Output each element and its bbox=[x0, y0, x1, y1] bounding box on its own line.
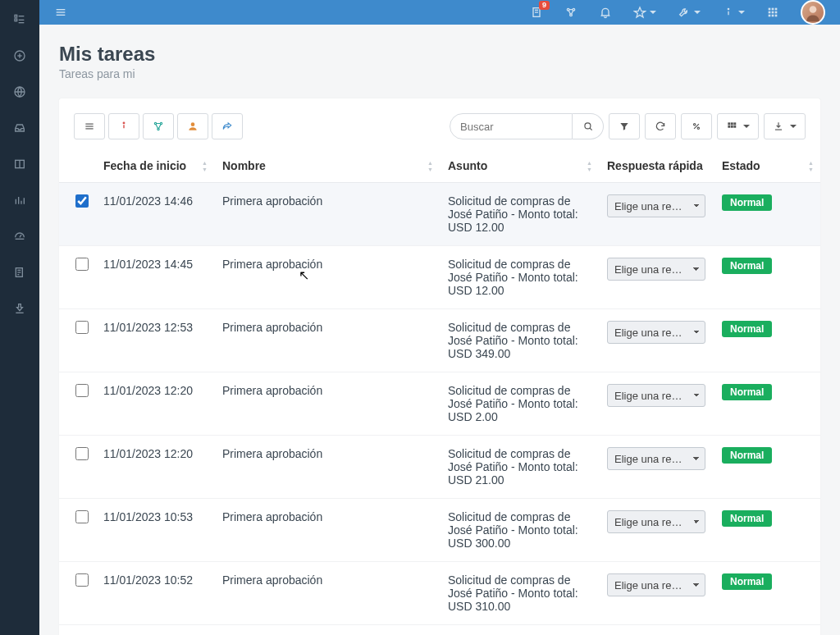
table-row: 11/01/2023 12:20Primera aprobaciónSolici… bbox=[59, 436, 820, 499]
cell-asunto: Solicitud de compras de Raúl Piqueras - … bbox=[440, 625, 599, 636]
export-button[interactable] bbox=[764, 113, 806, 139]
avatar[interactable] bbox=[801, 0, 825, 25]
status-badge: Normal bbox=[722, 447, 772, 464]
quick-response-select[interactable]: Elige una respue bbox=[607, 258, 705, 281]
page-subtitle: Tareas para mi bbox=[59, 67, 820, 80]
sidebar-item-export[interactable] bbox=[0, 290, 39, 327]
sidebar-item-add[interactable] bbox=[0, 38, 39, 74]
filter-button[interactable] bbox=[609, 113, 640, 139]
sidebar-item-columns[interactable] bbox=[0, 146, 39, 182]
row-checkbox[interactable] bbox=[75, 447, 89, 460]
quick-response-select[interactable]: Elige una respue bbox=[607, 510, 705, 533]
workflow-icon[interactable] bbox=[564, 6, 578, 19]
wrench-icon[interactable] bbox=[678, 6, 701, 19]
quick-response-select[interactable]: Elige una respue bbox=[607, 447, 705, 470]
status-badge: Normal bbox=[722, 384, 772, 400]
quick-response-select[interactable]: Elige una respue bbox=[607, 384, 705, 407]
sort-icon bbox=[808, 160, 814, 172]
col-asunto[interactable]: Asunto bbox=[440, 149, 599, 183]
svg-rect-63 bbox=[733, 126, 736, 128]
svg-point-33 bbox=[728, 8, 728, 9]
svg-rect-41 bbox=[772, 15, 774, 17]
table-row: 11/01/2023 10:53Primera aprobaciónSolici… bbox=[59, 499, 820, 562]
svg-line-57 bbox=[694, 124, 699, 129]
svg-rect-37 bbox=[769, 11, 771, 14]
cell-nombre: Primera aprobación bbox=[214, 246, 440, 309]
cell-fecha: 11/01/2023 10:53 bbox=[95, 499, 214, 562]
table-row: 11/01/2023 12:53Primera aprobaciónSolici… bbox=[59, 309, 820, 372]
toolbar-branch-button[interactable] bbox=[143, 113, 174, 139]
svg-rect-62 bbox=[731, 126, 733, 128]
toolbar-share-button[interactable] bbox=[212, 113, 243, 139]
cell-nombre: Primera aprobación bbox=[214, 562, 440, 625]
svg-point-51 bbox=[158, 128, 159, 130]
star-icon[interactable] bbox=[633, 6, 656, 19]
hamburger-icon[interactable] bbox=[54, 6, 67, 19]
col-respuesta: Respuesta rápida bbox=[599, 149, 714, 183]
sidebar-item-globe[interactable] bbox=[0, 74, 39, 110]
sidebar-item-dashboard[interactable] bbox=[0, 218, 39, 254]
quick-response-select[interactable]: Elige una respue bbox=[607, 321, 705, 344]
info-icon[interactable] bbox=[722, 6, 745, 19]
cell-asunto: Solicitud de compras de José Patiño - Mo… bbox=[440, 499, 599, 562]
svg-point-29 bbox=[573, 8, 575, 11]
sidebar bbox=[0, 0, 39, 635]
sort-icon bbox=[427, 160, 433, 172]
toolbar-user-button[interactable] bbox=[177, 113, 208, 139]
table-row: 11/01/2023 12:20Primera aprobaciónSolici… bbox=[59, 372, 820, 436]
svg-rect-60 bbox=[733, 122, 736, 125]
svg-rect-42 bbox=[775, 15, 778, 17]
cell-nombre: Primera aprobación bbox=[214, 436, 440, 499]
grid-view-button[interactable] bbox=[717, 113, 759, 139]
svg-rect-38 bbox=[772, 11, 774, 14]
sort-icon bbox=[202, 160, 208, 172]
app-logo[interactable] bbox=[0, 0, 39, 38]
row-checkbox[interactable] bbox=[75, 573, 89, 587]
toolbar-list-button[interactable] bbox=[74, 113, 105, 139]
toolbar-info-button[interactable] bbox=[108, 113, 139, 139]
apps-icon[interactable] bbox=[766, 6, 779, 19]
cell-nombre: Primera aprobación bbox=[214, 183, 440, 246]
svg-point-49 bbox=[154, 122, 156, 124]
page-title: Mis tareas bbox=[59, 43, 820, 66]
svg-rect-58 bbox=[728, 122, 730, 125]
svg-point-53 bbox=[584, 123, 590, 129]
topbar: 9 bbox=[39, 0, 840, 25]
svg-line-54 bbox=[590, 128, 592, 130]
cell-nombre: Primera aprobación bbox=[214, 309, 440, 372]
svg-point-56 bbox=[697, 127, 699, 129]
cell-asunto: Solicitud de compras de José Patiño - Mo… bbox=[440, 246, 599, 309]
row-checkbox[interactable] bbox=[75, 510, 89, 523]
row-checkbox[interactable] bbox=[75, 258, 89, 271]
col-nombre[interactable]: Nombre bbox=[214, 149, 440, 183]
quick-response-select[interactable]: Elige una respue bbox=[607, 573, 705, 596]
svg-rect-59 bbox=[731, 122, 733, 125]
status-badge: Normal bbox=[722, 194, 772, 211]
tasks-table: Fecha de inicio Nombre Asunto Respuesta … bbox=[59, 149, 820, 635]
row-checkbox[interactable] bbox=[75, 384, 89, 397]
percent-button[interactable] bbox=[681, 113, 712, 139]
col-estado[interactable]: Estado bbox=[714, 149, 820, 183]
page-header: Mis tareas Tareas para mi bbox=[39, 25, 840, 87]
quick-response-select[interactable]: Elige una respue bbox=[607, 194, 705, 217]
row-checkbox[interactable] bbox=[75, 194, 89, 208]
row-checkbox[interactable] bbox=[75, 321, 89, 334]
table-row: 11/01/2023 14:45Primera aprobaciónSolici… bbox=[59, 246, 820, 309]
cell-fecha: 11/01/2023 12:20 bbox=[95, 436, 214, 499]
col-fecha[interactable]: Fecha de inicio bbox=[95, 149, 214, 183]
table-row: 02/01/2023 12:24Primera aprobaciónSolici… bbox=[59, 625, 820, 636]
notifications-icon[interactable]: 9 bbox=[530, 6, 543, 19]
cell-asunto: Solicitud de compras de José Patiño - Mo… bbox=[440, 562, 599, 625]
sidebar-item-chart[interactable] bbox=[0, 182, 39, 218]
cell-nombre: Primera aprobación bbox=[214, 625, 440, 636]
refresh-button[interactable] bbox=[645, 113, 676, 139]
sidebar-item-inbox[interactable] bbox=[0, 110, 39, 146]
cell-nombre: Primera aprobación bbox=[214, 372, 440, 436]
cell-asunto: Solicitud de compras de José Patiño - Mo… bbox=[440, 309, 599, 372]
search-input[interactable] bbox=[450, 113, 573, 139]
tasks-card: Fecha de inicio Nombre Asunto Respuesta … bbox=[59, 98, 820, 635]
sidebar-item-reports[interactable] bbox=[0, 254, 39, 290]
bell-icon[interactable] bbox=[599, 6, 612, 19]
search-button[interactable] bbox=[573, 113, 604, 139]
svg-rect-2 bbox=[15, 19, 17, 21]
